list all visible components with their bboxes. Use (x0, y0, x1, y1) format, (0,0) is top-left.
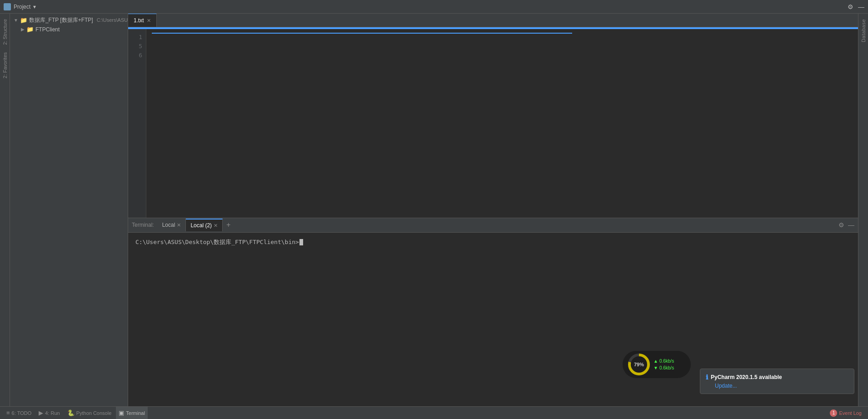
terminal-tab-local2[interactable]: Local (2) ✕ (186, 219, 223, 231)
line-num-6: 6 (128, 51, 146, 60)
folder-icon-ftpclient: 📁 (26, 26, 34, 33)
title-bar-left: Project ▾ (4, 3, 36, 10)
tree-item-ftpclient-name: FTPClient (35, 26, 60, 33)
tree-item-db-ftp[interactable]: ▼ 📁 数据库_FTP [数据库+FTP] C:\Users\ASUS\Desk… (10, 15, 128, 25)
tree-item-ftpclient[interactable]: ▶ 📁 FTPClient (10, 25, 128, 34)
right-sidebar: Database (858, 14, 868, 406)
status-bar: ≡ 6: TODO ▶ 4: Run 🐍 Python Console ▣ Te… (0, 406, 868, 419)
network-stats: ▲ 0.6kb/s ▼ 0.6kb/s (653, 359, 674, 370)
terminal-minimize-icon[interactable]: — (848, 221, 854, 229)
notification-title-text: PyCharm 2020.1.5 available (711, 374, 782, 380)
editor-tab-bar: 1.txt ✕ (128, 14, 858, 27)
settings-icon[interactable]: ⚙ (848, 3, 853, 10)
minimize-icon[interactable]: — (858, 3, 864, 10)
todo-label: 6: TODO (12, 410, 32, 416)
expand-arrow-db-ftp: ▼ (14, 18, 18, 23)
terminal-tab-local2-label: Local (2) (190, 222, 212, 229)
notification-title: ℹ PyCharm 2020.1.5 available (706, 374, 848, 381)
terminal-tab-local2-close[interactable]: ✕ (214, 223, 218, 229)
terminal-status-icon: ▣ (119, 409, 124, 416)
folder-icon-db-ftp: 📁 (20, 17, 27, 24)
terminal-tab-bar: Terminal: Local ✕ Local (2) ✕ + ⚙ — (128, 218, 858, 233)
terminal-cursor (299, 239, 303, 245)
status-event-log[interactable]: 1 Event Log (827, 409, 864, 417)
python-console-label: Python Console (76, 410, 112, 416)
performance-widget[interactable]: 79% ▲ 0.6kb/s ▼ 0.6kb/s (623, 351, 691, 378)
net-down-value: 0.6kb/s (659, 365, 674, 370)
terminal-add-tab-button[interactable]: + (223, 221, 234, 229)
status-python-console[interactable]: 🐍 Python Console (65, 407, 115, 419)
terminal-settings-icon[interactable]: ⚙ (838, 221, 844, 229)
left-vertical-tabs: 2: Structure 2: Favorites (0, 14, 10, 406)
net-upload: ▲ 0.6kb/s (653, 359, 674, 364)
expand-arrow-ftpclient: ▶ (21, 27, 25, 32)
tab-1-txt-close[interactable]: ✕ (147, 18, 151, 24)
notification-info-icon: ℹ (706, 374, 708, 381)
sidebar-item-structure[interactable]: 2: Structure (0, 15, 10, 49)
run-label: 4: Run (45, 410, 60, 416)
event-log-count: 1 (830, 409, 837, 417)
net-down-arrow: ▼ (653, 365, 658, 370)
tab-1-txt[interactable]: 1.txt ✕ (128, 14, 157, 27)
title-bar: Project ▾ ⚙ — (0, 0, 868, 14)
net-up-arrow: ▲ (653, 359, 658, 364)
editor-text-area[interactable] (146, 29, 858, 218)
notification-update-link[interactable]: Update... (715, 383, 848, 389)
notification-popup: ℹ PyCharm 2020.1.5 available Update... (700, 369, 854, 394)
project-dropdown-arrow[interactable]: ▾ (33, 4, 36, 10)
terminal-tab-local[interactable]: Local ✕ (158, 219, 186, 231)
sidebar-item-favorites[interactable]: 2: Favorites (0, 49, 10, 82)
event-log-label: Event Log (839, 410, 862, 416)
net-download: ▼ 0.6kb/s (653, 365, 674, 370)
terminal-status-label: Terminal (126, 410, 145, 416)
tab-1-txt-label: 1.txt (134, 17, 144, 24)
terminal-label: Terminal: (132, 222, 154, 228)
python-console-icon: 🐍 (67, 409, 75, 416)
terminal-prompt-text: C:\Users\ASUS\Desktop\数据库_FTP\FTPClient\… (135, 238, 299, 246)
line-num-5: 5 (128, 42, 146, 51)
editor-area: 1.txt ✕ 1 5 6 T (128, 14, 858, 406)
run-icon: ▶ (39, 409, 43, 416)
terminal-settings-area: ⚙ — (838, 221, 854, 229)
project-label[interactable]: Project (14, 4, 30, 10)
terminal-prompt: C:\Users\ASUS\Desktop\数据库_FTP\FTPClient\… (135, 238, 851, 246)
net-up-value: 0.6kb/s (659, 359, 674, 364)
terminal-tab-local-label: Local (162, 222, 175, 228)
status-right: 1 Event Log (827, 409, 864, 417)
project-panel: ▼ 📁 数据库_FTP [数据库+FTP] C:\Users\ASUS\Desk… (10, 14, 128, 406)
database-sidebar-label[interactable]: Database (861, 19, 866, 42)
terminal-tab-local-close[interactable]: ✕ (177, 222, 181, 228)
tree-item-db-ftp-path: C:\Users\ASUS\Desktop\数据库_FTP (97, 17, 128, 24)
title-bar-icons: ⚙ — (848, 3, 864, 10)
status-todo[interactable]: ≡ 6: TODO (4, 407, 34, 419)
cpu-percent: 79% (631, 356, 647, 373)
status-terminal[interactable]: ▣ Terminal (116, 407, 148, 419)
editor-content: 1 5 6 (128, 29, 858, 218)
line-numbers: 1 5 6 (128, 29, 146, 218)
line-num-1: 1 (128, 33, 146, 42)
project-tree: ▼ 📁 数据库_FTP [数据库+FTP] C:\Users\ASUS\Desk… (10, 14, 128, 406)
tree-item-db-ftp-name: 数据库_FTP [数据库+FTP] (29, 16, 93, 24)
status-run[interactable]: ▶ 4: Run (36, 407, 62, 419)
todo-icon: ≡ (6, 409, 10, 416)
project-folder-icon (4, 3, 11, 10)
cpu-circle: 79% (628, 354, 650, 375)
